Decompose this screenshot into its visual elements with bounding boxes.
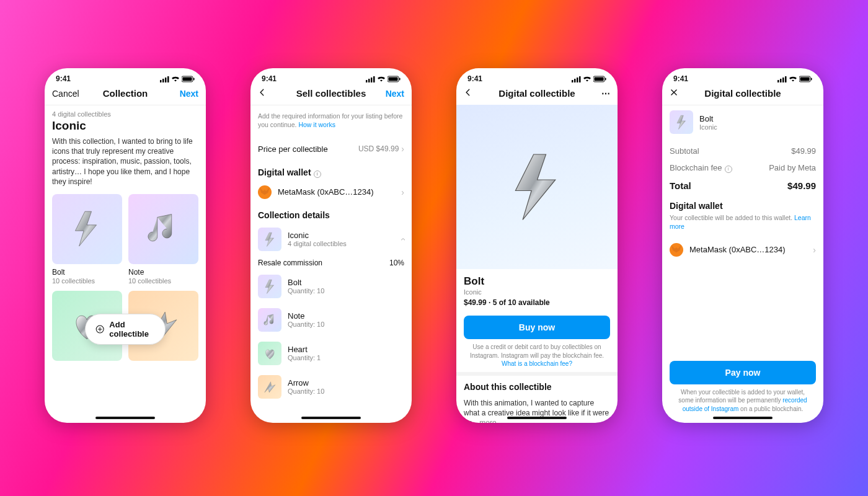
subtotal-label: Subtotal [670,146,699,156]
bolt-icon [670,110,693,134]
wallet-header: Digital wallet [662,198,823,213]
total-label: Total [670,180,691,191]
status-time: 9:41 [467,74,482,83]
blockchain-fee-link[interactable]: What is a blockchain fee? [502,360,572,367]
payment-note: Use a credit or debit card to buy collec… [456,339,618,372]
fee-row: Blockchain feei Paid by Meta [662,163,823,180]
fee-value: Paid by Meta [769,163,816,172]
collectible-card-note[interactable]: Note 10 collectibles [128,194,198,285]
price-row[interactable]: Price per collectible USD $49.99› [250,136,412,161]
list-item[interactable]: NoteQuantity: 10 [250,303,412,337]
nav-title: Collection [87,88,164,99]
info-icon[interactable]: i [314,170,321,178]
collectible-count: 4 digital collectibles [52,110,198,118]
home-indicator [95,417,155,419]
home-indicator [507,417,567,419]
status-time: 9:41 [262,74,277,83]
about-header: About this collectible [456,376,618,394]
price-availability: $49.99 · 5 of 10 available [464,298,610,307]
fee-label: Blockchain fee [670,163,722,172]
resale-label: Resale commission [258,259,322,267]
item-name: Bolt [288,278,324,287]
status-bar: 9:41 [250,68,412,84]
collection-thumb [258,228,281,251]
item-sub: Quantity: 1 [288,354,321,361]
metamask-icon [258,185,272,199]
list-item[interactable]: ArrowQuantity: 10 [250,370,412,404]
wallet-name: MetaMask (0xABC…1234) [278,187,395,197]
collectible-sub: 10 collectibles [52,277,122,285]
note-icon [258,308,281,332]
battery-icon [593,76,606,82]
screen-collection-editor: 9:41 Cancel Collection Next 4 digital co… [45,68,206,423]
status-indicators [366,76,401,82]
chevron-right-icon: › [813,245,816,255]
nav-bar: Digital collectible ⋯ [456,84,618,105]
status-indicators [160,76,195,82]
wallet-header: Digital walleti [250,161,412,180]
item-sub: Quantity: 10 [288,388,324,395]
status-bar: 9:41 [45,68,206,84]
collection-name: Iconic [288,231,395,240]
how-it-works-link[interactable]: How it works [298,121,335,128]
next-button[interactable]: Next [164,89,198,99]
collectible-card-bolt[interactable]: Bolt 10 collectibles [52,194,122,285]
list-item[interactable]: BoltQuantity: 10 [250,270,412,303]
bolt-icon [501,150,574,224]
total-value: $49.99 [787,180,816,191]
collection-row[interactable]: Iconic 4 digital collectibles › [250,223,412,256]
price-value: USD $49.99 [358,144,399,153]
chevron-up-icon: › [398,238,408,241]
resale-commission-row: Resale commission 10% [250,256,412,270]
wifi-icon [377,76,386,82]
chevron-left-icon [258,88,267,97]
signal-icon [572,76,581,82]
collectible-sub: 10 collectibles [128,277,198,285]
item-title: Bolt [464,275,610,288]
screen-collectible-detail: 9:41 Digital collectible ⋯ Bolt Iconic $… [456,68,618,423]
arrow-icon [258,375,281,399]
nav-bar: Sell collectibles Next [250,84,412,105]
status-time: 9:41 [673,74,688,83]
buy-now-button[interactable]: Buy now [464,316,610,339]
collection-sub: 4 digital collectibles [288,240,395,247]
wifi-icon [583,76,591,82]
nav-title: Digital collectible [704,88,781,99]
intro-text: Add the required information for your li… [250,105,412,136]
home-indicator [301,417,361,419]
close-icon [670,88,678,97]
collectible-hero-image [456,105,618,269]
screen-checkout: 9:41 Digital collectible Bolt Iconic Sub… [662,68,823,423]
heart-icon [258,342,281,365]
info-icon[interactable]: i [725,166,732,173]
item-name: Heart [288,345,321,354]
collectible-name: Note [128,268,198,277]
checkout-item-row: Bolt Iconic [662,105,823,139]
next-button[interactable]: Next [370,89,404,99]
wifi-icon [789,76,797,82]
add-collectible-button[interactable]: Add collectible [85,314,166,345]
bolt-icon [52,194,122,264]
wallet-row[interactable]: MetaMask (0xABC…1234) › [662,238,823,262]
list-item[interactable]: HeartQuantity: 1 [250,337,412,370]
wallet-row[interactable]: MetaMask (0xABC…1234) › [250,180,412,204]
pay-now-button[interactable]: Pay now [670,361,816,384]
status-time: 9:41 [56,74,71,83]
price-label: Price per collectible [258,144,328,154]
more-button[interactable]: ⋯ [575,89,610,99]
battery-icon [388,76,401,82]
wifi-icon [171,76,180,82]
back-button[interactable] [258,88,293,99]
signal-icon [366,76,375,82]
home-indicator [713,417,773,419]
resale-value: 10% [389,259,404,267]
item-sub: Iconic [699,123,717,131]
collection-title: Iconic [52,119,198,133]
item-sub: Quantity: 10 [288,287,324,294]
more-link[interactable]: …more [472,418,496,423]
close-button[interactable] [670,88,704,99]
back-button[interactable] [464,88,498,99]
cancel-button[interactable]: Cancel [52,89,87,99]
chevron-left-icon [464,88,472,97]
nav-title: Sell collectibles [293,88,370,99]
